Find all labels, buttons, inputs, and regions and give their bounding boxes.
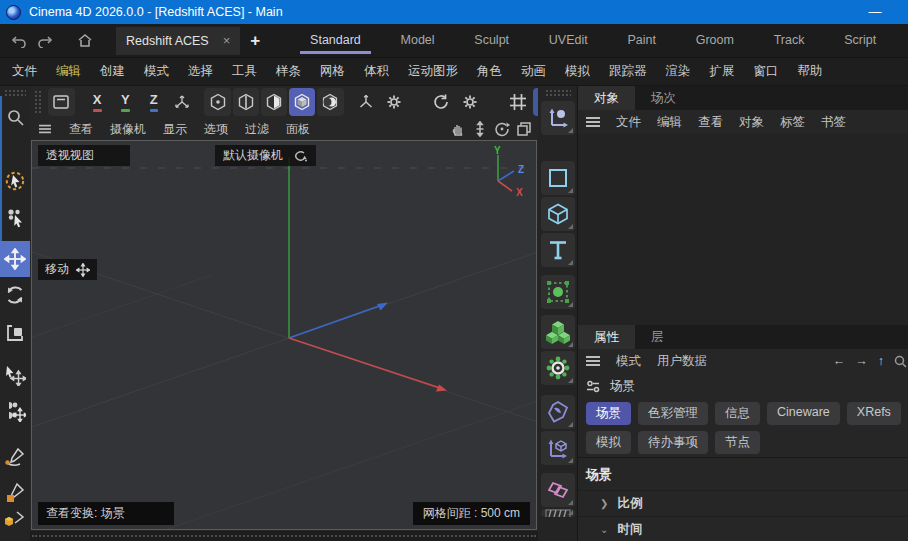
undo-button[interactable] — [6, 29, 32, 53]
mograph-cloner-button[interactable] — [541, 275, 575, 309]
attr-tab-xrefs[interactable]: XRefs — [847, 402, 901, 425]
toggle-view-layout-icon[interactable] — [516, 121, 532, 137]
lock-x-axis-button[interactable]: X — [84, 88, 110, 116]
workspace-tab-sculpt[interactable]: Sculpt — [470, 27, 513, 54]
menu-window[interactable]: 窗口 — [754, 63, 779, 80]
polygons-mode-button[interactable] — [261, 88, 287, 116]
dolly-view-icon[interactable] — [472, 121, 488, 137]
menu-animate[interactable]: 动画 — [521, 63, 546, 80]
points-move-tool[interactable] — [0, 393, 30, 429]
viewport-solo-search-tool[interactable] — [0, 99, 30, 135]
menu-select[interactable]: 选择 — [188, 63, 213, 80]
attr-tab-scene[interactable]: 场景 — [586, 402, 631, 425]
tool-presets-cursor[interactable] — [0, 199, 30, 235]
timeline-collapsed-strip[interactable] — [30, 531, 538, 541]
volume-builder-button[interactable] — [541, 315, 575, 349]
spline-pen-cube-tool[interactable] — [0, 511, 30, 535]
document-tab[interactable]: Redshift ACES × — [116, 27, 240, 55]
tweak-move-tool[interactable] — [0, 357, 30, 393]
vp-menu-camera[interactable]: 摄像机 — [110, 121, 146, 138]
workspace-tab-track[interactable]: Track — [770, 27, 809, 54]
menu-simulate[interactable]: 模拟 — [565, 63, 590, 80]
track-modify-button[interactable] — [541, 431, 575, 465]
coordinate-system-button[interactable] — [169, 88, 195, 116]
spline-rectangle-button[interactable] — [541, 161, 575, 195]
menu-extensions[interactable]: 扩展 — [710, 63, 735, 80]
object-list-empty-area[interactable] — [578, 134, 908, 325]
menu-volume[interactable]: 体积 — [364, 63, 389, 80]
texture-mode-button[interactable] — [317, 88, 343, 116]
enable-quantizing-button[interactable] — [505, 88, 531, 116]
menu-render[interactable]: 渲染 — [666, 63, 691, 80]
home-button[interactable] — [72, 29, 98, 53]
attr-nav-back-icon[interactable]: ← — [833, 354, 846, 368]
om-menu-edit[interactable]: 编辑 — [657, 114, 682, 131]
pan-view-icon[interactable] — [450, 121, 466, 137]
live-selection-tool[interactable] — [0, 163, 30, 199]
om-menu-tags[interactable]: 标签 — [780, 114, 805, 131]
orientation-axis-widget[interactable]: Y Z X — [476, 145, 532, 203]
rotate-view-icon[interactable] — [494, 121, 510, 137]
menu-file[interactable]: 文件 — [12, 63, 37, 80]
tab-takes[interactable]: 场次 — [635, 86, 692, 110]
model-mode-button[interactable] — [289, 88, 315, 116]
view-name-label[interactable]: 透视视图 — [38, 145, 130, 166]
menu-help[interactable]: 帮助 — [798, 63, 823, 80]
make-editable-button[interactable] — [48, 88, 74, 116]
minimize-button[interactable]: — — [864, 2, 886, 20]
attr-menu-mode[interactable]: 模式 — [616, 353, 641, 370]
vp-menu-display[interactable]: 显示 — [163, 121, 187, 138]
object-manager-menu-icon[interactable] — [586, 117, 600, 127]
om-menu-objects[interactable]: 对象 — [739, 114, 764, 131]
edges-mode-button[interactable] — [233, 88, 259, 116]
left-palette-grip[interactable] — [4, 89, 26, 97]
menu-mesh[interactable]: 网格 — [320, 63, 345, 80]
tab-objects[interactable]: 对象 — [578, 86, 635, 110]
selected-object-row[interactable]: 场景 — [578, 373, 908, 399]
attr-search-icon[interactable] — [894, 355, 907, 368]
attribute-menu-icon[interactable] — [586, 356, 600, 366]
workspace-tab-model[interactable]: Model — [397, 27, 439, 54]
workspace-tab-paint[interactable]: Paint — [623, 27, 660, 54]
toolbar-grip[interactable] — [34, 90, 43, 114]
vp-menu-view[interactable]: 查看 — [69, 121, 93, 138]
attr-menu-userdata[interactable]: 用户数据 — [657, 353, 707, 370]
workspace-tab-standard[interactable]: Standard — [306, 27, 365, 54]
lock-z-axis-button[interactable]: Z — [141, 88, 167, 116]
camera-swap-icon[interactable] — [293, 150, 308, 162]
attr-tab-nodes[interactable]: 节点 — [715, 431, 760, 454]
create-palette-grip[interactable] — [545, 89, 571, 97]
spline-pen-rect-tool[interactable] — [0, 475, 30, 511]
attr-nav-up-icon[interactable]: ↑ — [878, 354, 884, 368]
vp-menu-panel[interactable]: 面板 — [286, 121, 310, 138]
fields-pair-button[interactable] — [541, 473, 575, 507]
move-tool[interactable] — [0, 241, 30, 277]
attr-tab-todo[interactable]: 待办事项 — [638, 431, 708, 454]
menu-tracker[interactable]: 跟踪器 — [609, 63, 647, 80]
attr-tab-cineware[interactable]: Cineware — [767, 402, 840, 425]
deformer-bend-button[interactable] — [541, 395, 575, 429]
group-scale[interactable]: ❯ 比例 — [578, 490, 908, 516]
tab-layers[interactable]: 层 — [635, 325, 680, 349]
axis-settings-gear-icon[interactable] — [381, 88, 407, 116]
attr-tab-simulation[interactable]: 模拟 — [586, 431, 631, 454]
scale-tool[interactable] — [0, 315, 30, 351]
attr-tab-info[interactable]: 信息 — [715, 402, 760, 425]
menu-tools[interactable]: 工具 — [232, 63, 257, 80]
attr-tab-color-management[interactable]: 色彩管理 — [638, 402, 708, 425]
lock-y-axis-button[interactable]: Y — [112, 88, 138, 116]
om-menu-file[interactable]: 文件 — [616, 114, 641, 131]
vp-menu-options[interactable]: 选项 — [204, 121, 228, 138]
keyframe-palette-button[interactable] — [541, 509, 575, 517]
workspace-tab-uvedit[interactable]: UVEdit — [545, 27, 592, 54]
om-menu-view[interactable]: 查看 — [698, 114, 723, 131]
spline-sketch-tool[interactable] — [0, 439, 30, 475]
axis-modification-button[interactable] — [353, 88, 379, 116]
menu-mode[interactable]: 模式 — [144, 63, 169, 80]
viewport-menu-icon[interactable] — [39, 125, 51, 134]
simulation-gear-button[interactable] — [541, 351, 575, 385]
redo-button[interactable] — [32, 29, 58, 53]
om-menu-bookmarks[interactable]: 书签 — [821, 114, 846, 131]
menu-edit[interactable]: 编辑 — [56, 63, 81, 80]
motext-button[interactable] — [541, 233, 575, 267]
